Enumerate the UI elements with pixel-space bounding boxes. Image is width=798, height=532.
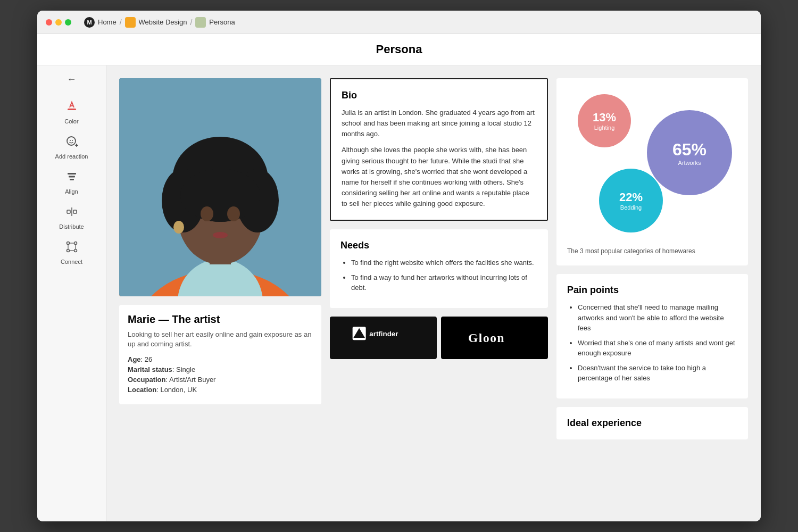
svg-point-31 bbox=[227, 206, 240, 221]
needs-card: Needs To find the right website which of… bbox=[330, 229, 548, 308]
bio-paragraph-1: Julia is an artist in London. She gradua… bbox=[342, 107, 536, 139]
svg-point-14 bbox=[74, 242, 77, 245]
distribute-icon bbox=[65, 205, 78, 221]
back-button[interactable]: ← bbox=[67, 74, 77, 85]
lighting-pct: 13% bbox=[593, 111, 616, 124]
chart-card: 13% Lighting 65% Artworks 22% Bedding bbox=[556, 78, 748, 265]
left-column: Marie — The artist Looking to sell her a… bbox=[119, 78, 321, 439]
sidebar-item-color[interactable]: Color bbox=[40, 96, 102, 129]
distribute-label: Distribute bbox=[59, 223, 84, 230]
svg-point-2 bbox=[67, 137, 76, 145]
color-label: Color bbox=[64, 118, 78, 124]
add-reaction-label: Add reaction bbox=[55, 153, 88, 160]
needs-title: Needs bbox=[340, 240, 537, 251]
app-window: M Home / Website Design / Persona Person… bbox=[37, 11, 761, 521]
bedding-bubble: 22% Bedding bbox=[599, 169, 663, 232]
persona-age: Age: 26 bbox=[128, 355, 313, 363]
persona-icon bbox=[195, 17, 206, 28]
persona-marital: Marital status: Single bbox=[128, 365, 313, 373]
bio-card: Bio Julia is an artist in London. She gr… bbox=[330, 78, 548, 221]
add-reaction-icon bbox=[65, 135, 78, 151]
pain-points-card: Pain points Concerned that she'll need t… bbox=[556, 274, 748, 398]
page-title: Persona bbox=[46, 43, 752, 56]
svg-point-33 bbox=[213, 232, 228, 238]
main-content: Marie — The artist Looking to sell her a… bbox=[106, 65, 761, 521]
maximize-button[interactable] bbox=[65, 19, 71, 26]
persona-info-card: Marie — The artist Looking to sell her a… bbox=[119, 305, 321, 404]
persona-occupation: Occupation: Artist/Art Buyer bbox=[128, 376, 313, 384]
artworks-bubble: 65% Artworks bbox=[647, 110, 732, 195]
svg-rect-0 bbox=[68, 109, 76, 110]
svg-rect-9 bbox=[70, 179, 74, 180]
svg-point-29 bbox=[180, 169, 260, 222]
color-icon bbox=[65, 100, 78, 116]
svg-point-13 bbox=[66, 242, 69, 245]
artworks-label: Artworks bbox=[678, 160, 701, 166]
titlebar: M Home / Website Design / Persona bbox=[37, 11, 761, 34]
sidebar-item-connect[interactable]: Connect bbox=[40, 236, 102, 269]
align-label: Align bbox=[65, 188, 78, 195]
bubble-chart: 13% Lighting 65% Artworks 22% Bedding bbox=[567, 89, 737, 243]
bio-title: Bio bbox=[342, 90, 536, 101]
svg-rect-7 bbox=[68, 173, 76, 174]
svg-point-4 bbox=[72, 140, 73, 141]
list-item: To find a way to fund her artworks witho… bbox=[351, 272, 537, 293]
persona-name: Marie — The artist bbox=[128, 313, 313, 326]
lighting-bubble: 13% Lighting bbox=[578, 94, 631, 147]
svg-point-15 bbox=[66, 250, 69, 252]
persona-tagline: Looking to sell her art easily online an… bbox=[128, 330, 313, 349]
list-item: To find the right website which offers t… bbox=[351, 257, 537, 268]
page-header: Persona bbox=[37, 34, 761, 65]
bedding-pct: 22% bbox=[619, 190, 643, 204]
svg-point-16 bbox=[74, 250, 77, 252]
svg-rect-11 bbox=[73, 210, 77, 213]
right-column: 13% Lighting 65% Artworks 22% Bedding bbox=[556, 78, 748, 439]
svg-point-32 bbox=[173, 221, 184, 234]
svg-point-30 bbox=[201, 206, 213, 221]
breadcrumb-website-design[interactable]: Website Design bbox=[139, 18, 187, 26]
chart-caption: The 3 most popular categories of homewar… bbox=[567, 247, 737, 255]
persona-photo bbox=[119, 78, 321, 296]
brands-row: artfinder Gloon bbox=[330, 317, 548, 359]
ideal-experience-card: Ideal experience bbox=[556, 407, 748, 439]
minimize-button[interactable] bbox=[55, 19, 62, 26]
ideal-experience-title: Ideal experience bbox=[567, 418, 737, 429]
list-item: Worried that she's one of many artists a… bbox=[578, 338, 737, 359]
svg-text:artfinder: artfinder bbox=[369, 329, 398, 337]
align-icon bbox=[65, 170, 78, 186]
persona-location: Location: London, UK bbox=[128, 386, 313, 394]
artworks-pct: 65% bbox=[672, 140, 706, 160]
pain-points-list: Concerned that she'll need to manage mai… bbox=[567, 302, 737, 384]
breadcrumb: M Home / Website Design / Persona bbox=[84, 17, 235, 28]
svg-point-3 bbox=[70, 140, 71, 141]
app-logo: M bbox=[84, 17, 95, 28]
list-item: Concerned that she'll need to manage mai… bbox=[578, 302, 737, 334]
traffic-lights bbox=[46, 19, 71, 26]
pain-points-title: Pain points bbox=[567, 285, 737, 296]
close-button[interactable] bbox=[46, 19, 52, 26]
svg-text:Gloon: Gloon bbox=[468, 331, 505, 345]
connect-icon bbox=[65, 240, 78, 256]
sidebar-item-align[interactable]: Align bbox=[40, 166, 102, 199]
website-design-icon bbox=[125, 17, 136, 28]
bedding-label: Bedding bbox=[620, 204, 642, 211]
brand-artfinder: artfinder bbox=[330, 317, 437, 359]
list-item: Doesn'twant the service to take too high… bbox=[578, 363, 737, 384]
body-layout: ← Color bbox=[37, 65, 761, 521]
middle-column: Bio Julia is an artist in London. She gr… bbox=[330, 78, 548, 439]
sidebar-item-distribute[interactable]: Distribute bbox=[40, 201, 102, 234]
breadcrumb-persona[interactable]: Persona bbox=[209, 18, 235, 26]
needs-list: To find the right website which offers t… bbox=[340, 257, 537, 293]
bio-paragraph-2: Although she loves the people she works … bbox=[342, 145, 536, 209]
sidebar: ← Color bbox=[37, 65, 106, 521]
lighting-label: Lighting bbox=[594, 124, 615, 131]
connect-label: Connect bbox=[61, 259, 82, 265]
svg-rect-8 bbox=[69, 176, 75, 178]
brand-gloon: Gloon bbox=[441, 317, 548, 359]
sidebar-back: ← bbox=[37, 74, 106, 85]
breadcrumb-home[interactable]: Home bbox=[98, 18, 117, 26]
sidebar-item-add-reaction[interactable]: Add reaction bbox=[40, 131, 102, 164]
svg-rect-10 bbox=[67, 210, 70, 213]
